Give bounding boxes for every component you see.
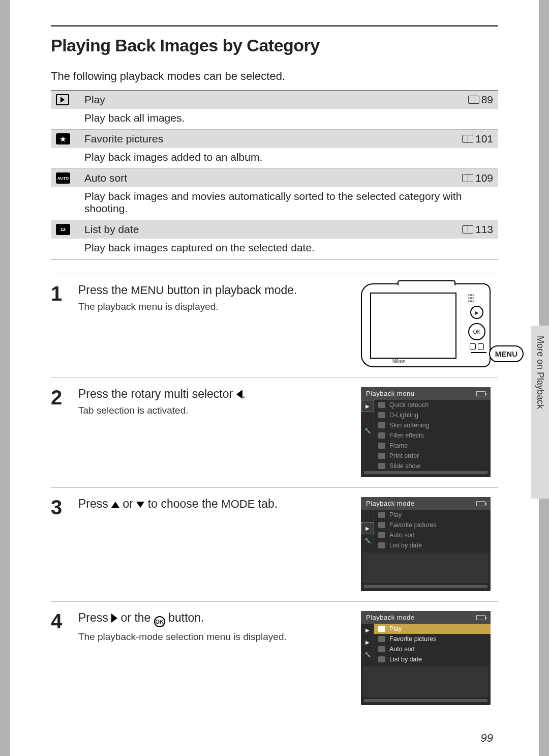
step-list: 1 Press the MENU button in playback mode… bbox=[51, 274, 498, 715]
book-icon bbox=[468, 96, 479, 104]
left-arrow-icon bbox=[236, 390, 242, 399]
battery-icon bbox=[476, 391, 485, 396]
page-ref: 89 bbox=[468, 94, 493, 106]
step-number: 3 bbox=[51, 497, 69, 591]
lcd-item: List by date bbox=[374, 540, 491, 550]
page-title: Playing Back Images by Category bbox=[51, 36, 498, 55]
manual-page: Playing Back Images by Category The foll… bbox=[10, 0, 539, 756]
auto-icon: AUTO bbox=[56, 172, 84, 184]
battery-icon bbox=[476, 501, 485, 506]
lcd-item: List by date bbox=[374, 654, 491, 664]
step-2: 2 Press the rotary multi selector . Tab … bbox=[51, 378, 498, 488]
lcd-item: Favorite pictures bbox=[374, 520, 491, 530]
step-number: 1 bbox=[51, 283, 69, 367]
lcd-tab: 🔧 bbox=[361, 424, 374, 437]
mode-row-header: Play 89 bbox=[51, 91, 498, 109]
step-4: 4 Press or the OK button. The playback-m… bbox=[51, 602, 498, 715]
lcd-item: Skin softening bbox=[374, 420, 491, 430]
book-icon bbox=[462, 225, 473, 234]
top-rule bbox=[51, 25, 498, 26]
section-tab: More on Playback bbox=[531, 326, 549, 499]
mode-label: Play bbox=[84, 94, 468, 106]
step-number: 2 bbox=[51, 387, 69, 477]
lcd-item: Play bbox=[374, 510, 491, 520]
menu-button-label: MENU bbox=[489, 345, 524, 362]
right-arrow-icon bbox=[111, 614, 117, 623]
menu-glyph: MENU bbox=[131, 284, 164, 297]
lcd-tab: ▶ bbox=[361, 636, 374, 648]
lcd-item: Quick retouch bbox=[374, 400, 491, 410]
lcd-item: Auto sort bbox=[374, 644, 491, 654]
mode-desc: Play back all images. bbox=[51, 109, 498, 130]
lcd-item-selected: Play bbox=[374, 624, 491, 634]
lcd-item: Slide show bbox=[374, 461, 491, 471]
lcd-tab: 🔧 bbox=[361, 534, 374, 546]
step-1: 1 Press the MENU button in playback mode… bbox=[51, 274, 498, 378]
lcd-tab bbox=[361, 412, 374, 424]
intro-text: The following playback modes can be sele… bbox=[51, 70, 498, 83]
step-3: 3 Press or to choose the MODE tab. Playb… bbox=[51, 488, 498, 602]
lcd-item: D-Lighting bbox=[374, 410, 491, 420]
mode-desc: Play back images added to an album. bbox=[51, 148, 498, 169]
lcd-tab: 🔧 bbox=[361, 648, 374, 660]
star-icon: ★ bbox=[56, 133, 84, 144]
step-title: Press the MENU button in playback mode. bbox=[78, 283, 352, 297]
step-title: Press or the OK button. bbox=[78, 611, 352, 627]
step-sub: The playback-mode selection menu is disp… bbox=[78, 631, 352, 643]
section-tab-label: More on Playback bbox=[535, 336, 545, 409]
play-icon bbox=[56, 94, 84, 105]
book-icon bbox=[462, 174, 473, 182]
up-arrow-icon bbox=[111, 502, 119, 508]
step-number: 4 bbox=[51, 611, 69, 705]
mode-desc: Play back images captured on the selecte… bbox=[51, 239, 498, 259]
date-icon: 12 bbox=[56, 224, 84, 235]
mode-row-header: 12 List by date 113 bbox=[51, 220, 498, 239]
camera-illustration: ▪▪▪▪▪▪▪▪▪▪▪▪ ▶ OK Nikon MENU bbox=[361, 283, 498, 367]
lcd-tab: ▶ bbox=[361, 522, 374, 534]
mode-label: List by date bbox=[84, 223, 462, 236]
lcd-title: Playback menu bbox=[366, 390, 414, 397]
lcd-title: Playback mode bbox=[366, 614, 414, 621]
lcd-item: Print order bbox=[374, 451, 491, 461]
lcd-playback-menu: Playback menu ▶ 🔧 Quick retouch D-Lighti… bbox=[361, 387, 491, 477]
lcd-playback-mode: Playback mode ▶ ▶ 🔧 Play Favorite pictur… bbox=[361, 611, 491, 705]
page-ref: 101 bbox=[462, 133, 493, 145]
mode-label: Favorite pictures bbox=[84, 133, 462, 145]
mode-row-header: AUTO Auto sort 109 bbox=[51, 169, 498, 187]
lcd-item: Filter effects bbox=[374, 430, 491, 441]
camera-brand: Nikon bbox=[392, 359, 406, 364]
lcd-item: Auto sort bbox=[374, 530, 491, 540]
mode-glyph: MODE bbox=[221, 498, 255, 510]
lcd-tab bbox=[361, 510, 374, 522]
ok-button-icon: OK bbox=[154, 616, 165, 627]
book-icon bbox=[462, 135, 473, 143]
lcd-title: Playback mode bbox=[366, 500, 414, 507]
step-sub: Tab selection is activated. bbox=[78, 405, 352, 416]
lcd-tab: ▶ bbox=[361, 400, 374, 412]
lcd-item: Frame bbox=[374, 441, 491, 451]
mode-label: Auto sort bbox=[84, 172, 462, 184]
page-ref: 113 bbox=[462, 223, 493, 236]
step-sub: The playback menu is displayed. bbox=[78, 301, 352, 312]
page-ref: 109 bbox=[462, 172, 493, 184]
step-title: Press or to choose the MODE tab. bbox=[78, 497, 352, 511]
down-arrow-icon bbox=[136, 502, 144, 508]
playback-modes-table: Play 89 Play back all images. ★ Favorite… bbox=[51, 90, 498, 259]
lcd-tab: ▶ bbox=[361, 624, 374, 636]
lcd-playback-mode: Playback mode ▶ 🔧 Play Favorite pictures bbox=[361, 497, 491, 591]
mode-row-header: ★ Favorite pictures 101 bbox=[51, 130, 498, 148]
battery-icon bbox=[476, 615, 485, 620]
lcd-item: Favorite pictures bbox=[374, 634, 491, 644]
page-number: 99 bbox=[481, 732, 493, 745]
step-title: Press the rotary multi selector . bbox=[78, 387, 352, 401]
mode-desc: Play back images and movies automaticall… bbox=[51, 187, 498, 220]
